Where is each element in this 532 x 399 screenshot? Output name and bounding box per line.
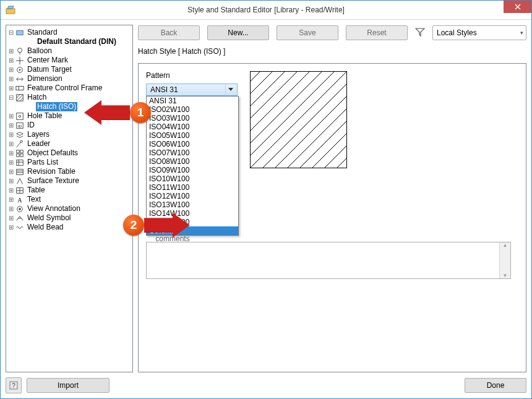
expand-icon[interactable]: ⊞ [7, 130, 15, 139]
collapse-icon[interactable]: ⊟ [7, 28, 15, 37]
tree-item-leader[interactable]: ⊞Leader [7, 139, 131, 148]
window-title: Style and Standard Editor [Library - Rea… [1, 6, 531, 14]
pattern-option[interactable]: ISO05W100 [147, 131, 238, 140]
tree-item-default-standard-din-[interactable]: Default Standard (DIN) [7, 37, 131, 46]
table-icon [15, 186, 25, 195]
pattern-option[interactable]: ISO10W100 [147, 174, 238, 183]
svg-rect-19 [17, 153, 19, 156]
import-button[interactable]: Import [27, 378, 109, 393]
pattern-option[interactable]: ISO13W100 [147, 200, 238, 209]
scrollbar[interactable]: ▲ ▼ [499, 242, 510, 278]
expand-icon[interactable]: ⊞ [7, 46, 15, 56]
pattern-combo-value: ANSI 31 [150, 85, 178, 94]
fcf-icon [15, 84, 25, 93]
close-button[interactable] [504, 1, 531, 13]
svg-point-7 [19, 69, 21, 71]
surf-icon [15, 177, 25, 186]
expand-icon[interactable]: ⊞ [7, 223, 15, 232]
pattern-option[interactable]: ISO07W100 [147, 148, 238, 157]
tree-item-label: Datum Target [26, 65, 73, 74]
tree-item-label: View Annotation [26, 204, 82, 213]
done-button[interactable]: Done [465, 378, 526, 393]
tree-item-view-annotation[interactable]: ⊞View Annotation [7, 204, 131, 213]
tree-item-layers[interactable]: ⊞Layers [7, 130, 131, 139]
svg-point-32 [19, 208, 21, 210]
pattern-option[interactable]: ANSI 31 [147, 97, 238, 105]
svg-point-2 [18, 48, 22, 52]
expand-icon[interactable]: ⊞ [7, 56, 15, 65]
chevron-down-icon [225, 84, 236, 95]
expand-icon[interactable]: ⊞ [7, 158, 15, 167]
tree-item-dimension[interactable]: ⊞Dimension [7, 74, 131, 84]
tree-item-object-defaults[interactable]: ⊞Object Defaults [7, 148, 131, 158]
expand-icon[interactable]: ⊞ [7, 204, 15, 213]
expand-icon[interactable]: ⊞ [7, 74, 15, 84]
scroll-down-icon[interactable]: ▼ [503, 273, 508, 278]
tree-item-label: Layers [26, 130, 51, 139]
help-button[interactable]: ? [6, 377, 22, 393]
tree-item-table[interactable]: ⊞Table [7, 186, 131, 195]
pattern-option[interactable]: ISO04W100 [147, 122, 238, 131]
reset-button: Reset [346, 25, 408, 40]
pattern-option[interactable]: ISO03W100 [147, 114, 238, 122]
new-button[interactable]: New... [207, 25, 269, 40]
tree-item-revision-table[interactable]: ⊞Revision Table [7, 167, 131, 176]
expand-icon[interactable]: ⊞ [7, 65, 15, 74]
tree-item-label: Balloon [26, 46, 53, 56]
svg-point-16 [20, 140, 23, 142]
style-tree[interactable]: ⊟StandardDefault Standard (DIN)⊞Balloon⊞… [7, 28, 131, 232]
tree-item-label: Text [26, 195, 42, 204]
tree-item-label: ID [26, 121, 36, 130]
tree-item-label: Table [26, 186, 46, 195]
pattern-option[interactable]: ISO02W100 [147, 105, 238, 114]
pattern-option[interactable]: ISO08W100 [147, 157, 238, 166]
expand-icon[interactable]: ⊞ [7, 186, 15, 195]
svg-text:?: ? [12, 382, 15, 389]
tree-item-feature-control-frame[interactable]: ⊞Feature Control Frame [7, 84, 131, 93]
expand-icon[interactable]: ⊞ [7, 111, 15, 121]
view-icon [15, 205, 25, 213]
tree-item-label: Hole Table [26, 111, 63, 121]
pattern-combo[interactable]: ANSI 31 [146, 84, 238, 96]
tree-item-label: Weld Symbol [26, 213, 72, 223]
tree-item-parts-list[interactable]: ⊞Parts List [7, 158, 131, 167]
blank-icon [25, 38, 35, 46]
scope-combo[interactable]: Local Styles ▾ [432, 25, 526, 40]
tree-item-standard[interactable]: ⊟Standard [7, 28, 131, 37]
expand-icon[interactable]: ⊞ [7, 139, 15, 148]
tree-item-balloon[interactable]: ⊞Balloon [7, 46, 131, 56]
tree-item-center-mark[interactable]: ⊞Center Mark [7, 56, 131, 65]
pattern-option[interactable]: ISO06W100 [147, 140, 238, 148]
obj-icon [15, 149, 25, 158]
tree-item-weld-symbol[interactable]: ⊞Weld Symbol [7, 213, 131, 223]
pattern-option[interactable]: ISO09W100 [147, 166, 238, 174]
expand-icon[interactable]: ⊞ [7, 213, 15, 223]
pattern-option[interactable]: ISO12W100 [147, 192, 238, 200]
tree-item-label: Revision Table [26, 167, 77, 176]
title-bar: Style and Standard Editor [Library - Rea… [1, 1, 531, 20]
expand-icon[interactable]: ⊞ [7, 148, 15, 158]
scroll-up-icon[interactable]: ▲ [503, 242, 508, 248]
filter-icon[interactable] [415, 27, 425, 39]
collapse-icon[interactable]: ⊟ [7, 93, 15, 102]
bottom-bar: ? Import Done [6, 377, 526, 393]
expand-icon[interactable]: ⊞ [7, 121, 15, 130]
scope-combo-value: Local Styles [437, 28, 477, 37]
comments-textarea[interactable]: ▲ ▼ [146, 242, 511, 279]
tree-item-label: Dimension [26, 74, 64, 84]
expand-icon[interactable]: ⊞ [7, 167, 15, 176]
expand-icon[interactable]: ⊞ [7, 195, 15, 204]
center-icon [15, 56, 25, 65]
tree-item-text[interactable]: ⊞AText [7, 195, 131, 204]
tree-item-datum-target[interactable]: ⊞Datum Target [7, 65, 131, 74]
pattern-option[interactable]: ISO11W100 [147, 183, 238, 192]
tree-item-surface-texture[interactable]: ⊞Surface Texture [7, 176, 131, 186]
balloon-icon [15, 47, 25, 56]
tree-item-label: Default Standard (DIN) [36, 37, 118, 46]
std-icon [15, 28, 25, 37]
tree-item-weld-bead[interactable]: ⊞Weld Bead [7, 223, 131, 232]
svg-text:ID: ID [18, 123, 22, 127]
svg-rect-1 [17, 30, 24, 35]
expand-icon[interactable]: ⊞ [7, 176, 15, 186]
expand-icon[interactable]: ⊞ [7, 84, 15, 93]
